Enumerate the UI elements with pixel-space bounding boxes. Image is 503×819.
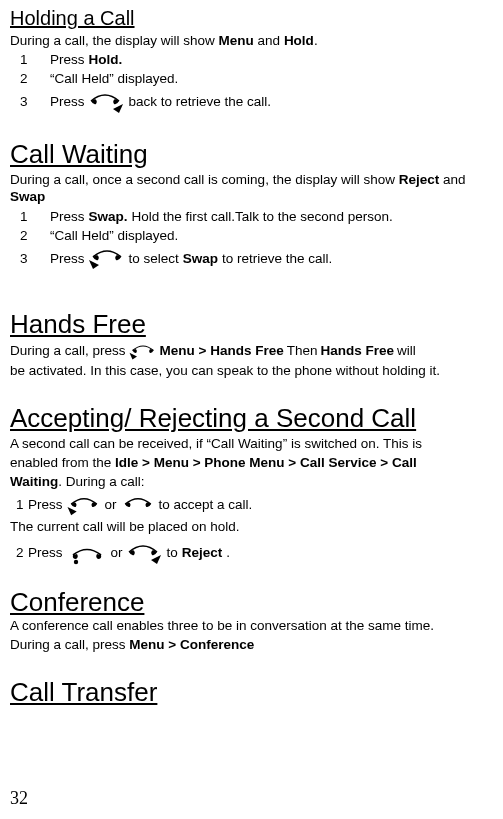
text: enabled from the [10,455,115,470]
text: will [397,343,416,360]
heading-hands-free: Hands Free [10,308,495,341]
text-bold: Reject [399,172,440,187]
text: Press [50,251,85,268]
text-bold: Waiting [10,474,58,489]
text: back to retrieve the call. [129,94,272,111]
step-number: 2 [10,545,24,562]
step-body: Press Hold. [50,52,495,69]
manual-page: Holding a Call During a call, the displa… [0,0,503,819]
softkey-left-icon [89,247,125,271]
heading-holding-a-call: Holding a Call [10,6,495,31]
text: to select [129,251,179,268]
text: “Call Held” displayed. [50,228,178,245]
hands-free-line-2: be activated. In this case, you can spea… [10,363,495,380]
step-body: Press back to retrieve the call. [50,91,495,115]
text-bold: Swap [183,251,218,268]
holding-step-3: 3 Press back to retrieve the call. [10,90,495,116]
reject-step-2: 2 Press or to Reject. [10,542,495,566]
text: During a call, press [10,637,129,652]
conference-line-2: During a call, press Menu > Conference [10,637,495,654]
softkey-left-icon [129,343,157,361]
text: or [105,497,117,514]
step-body: “Call Held” displayed. [50,228,495,245]
text: and [254,33,284,48]
text-bold: Menu > Conference [129,637,254,652]
text: . [314,33,318,48]
accept-reject-intro-l1: A second call can be received, if “Call … [10,436,495,453]
text-bold: Menu [219,33,254,48]
page-number: 32 [10,787,28,810]
text: “Call Held” displayed. [50,71,178,88]
step-number: 2 [10,228,50,245]
text: or [111,545,123,562]
holding-intro: During a call, the display will show Men… [10,33,495,50]
call-waiting-step-1: 1 Press Swap. Hold the first call.Talk t… [10,208,495,226]
call-waiting-intro: During a call, once a second call is com… [10,172,495,206]
text: . During a call: [58,474,144,489]
text-bold: Idle > Menu > Phone Menu > Call Service … [115,455,417,470]
text: Press [50,52,85,69]
text: During a call, the display will show [10,33,219,48]
call-waiting-step-3: 3 Press to select Swap to retrieve the c… [10,246,495,272]
text: Press [50,209,85,226]
text: to retrieve the call. [222,251,332,268]
text: Then [287,343,318,360]
text-bold: Hold. [89,52,123,69]
softkey-right-icon [89,91,125,115]
accept-reject-intro-l2: enabled from the Idle > Menu > Phone Men… [10,455,495,472]
text: . [226,545,230,562]
heading-call-transfer: Call Transfer [10,676,495,709]
text-bold: Hold [284,33,314,48]
holding-step-1: 1 Press Hold. [10,52,495,70]
call-key-icon [121,495,155,517]
accept-hold-note: The current call will be placed on hold. [10,519,495,536]
softkey-left-icon [67,495,101,517]
text-bold: Swap. [89,209,128,226]
text: Press [28,497,63,514]
step-number: 1 [10,497,24,514]
text: During a call, press [10,343,126,360]
step-body: Press Swap. Hold the first call.Talk to … [50,209,495,226]
text-bold: Swap [10,189,45,204]
accept-step-1: 1 Press or to accept a call. [10,495,495,517]
heading-accept-reject: Accepting/ Rejecting a Second Call [10,402,495,435]
heading-conference: Conference [10,586,495,619]
step-number: 1 [10,209,50,226]
text: to accept a call. [159,497,253,514]
end-call-icon [67,542,107,566]
text-bold: Menu > Hands Free [160,343,284,360]
step-number: 3 [10,251,50,268]
text-bold: Reject [182,545,223,562]
step-number: 3 [10,94,50,111]
heading-call-waiting: Call Waiting [10,138,495,171]
holding-step-2: 2 “Call Held” displayed. [10,71,495,89]
softkey-right-icon [127,542,163,566]
conference-line-1: A conference call enables three to be in… [10,618,495,635]
text-bold: Hands Free [321,343,395,360]
text: Hold the first call.Talk to the second p… [132,209,393,226]
call-waiting-step-2: 2 “Call Held” displayed. [10,227,495,245]
step-number: 2 [10,71,50,88]
step-body: “Call Held” displayed. [50,71,495,88]
text: and [439,172,465,187]
text: to [167,545,178,562]
text: During a call, once a second call is com… [10,172,399,187]
step-body: Press to select Swap to retrieve the cal… [50,247,495,271]
text: Press [28,545,63,562]
accept-reject-intro-l3: Waiting. During a call: [10,474,495,491]
step-number: 1 [10,52,50,69]
text: Press [50,94,85,111]
hands-free-line: During a call, press Menu > Hands Free T… [10,343,495,361]
